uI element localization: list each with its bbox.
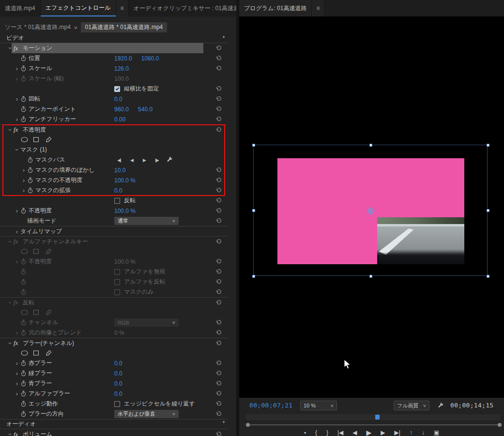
transform-handle-bottom-center[interactable]: [369, 275, 372, 278]
tab-audio-clip-mixer[interactable]: オーディオクリップミキサー : 01高速道: [129, 0, 236, 16]
lift-button[interactable]: ↑: [410, 428, 412, 436]
video-clip-thumbnail[interactable]: [377, 217, 464, 264]
pen-mask-tool-icon[interactable]: [46, 248, 58, 255]
expand-icon[interactable]: ›: [14, 258, 20, 265]
mark-out-button[interactable]: }: [326, 428, 328, 436]
expand-icon[interactable]: ›: [14, 65, 20, 72]
pen-mask-tool-icon[interactable]: [46, 350, 58, 356]
mark-in-button[interactable]: {: [315, 428, 317, 436]
scroll-down-icon[interactable]: ▼: [222, 420, 226, 424]
program-monitor-viewport[interactable]: [239, 16, 504, 398]
playback-quality-select[interactable]: フル画質 ∨: [394, 401, 429, 410]
mask-track-button[interactable]: |▶: [152, 158, 162, 163]
stopwatch-icon[interactable]: [20, 370, 29, 376]
row-invert-effect[interactable]: ›fx反転: [0, 297, 228, 307]
stopwatch-icon[interactable]: [27, 167, 35, 173]
reset-parameter-icon[interactable]: [215, 340, 222, 346]
go-to-out-button[interactable]: ▶|: [395, 428, 400, 436]
tab-source-monitor[interactable]: 速道路.mp4: [0, 0, 41, 16]
expand-icon[interactable]: ›: [20, 167, 27, 173]
fx-badge-icon[interactable]: fx: [14, 126, 23, 134]
fx-badge-icon[interactable]: fx: [14, 299, 23, 306]
go-to-in-button[interactable]: |◀: [337, 428, 343, 436]
current-timecode[interactable]: 00;00;07;21: [249, 402, 292, 409]
row-invert-mask-tools[interactable]: [0, 307, 228, 317]
zoom-scrollbar-right-handle[interactable]: [498, 423, 502, 427]
checkbox[interactable]: [114, 198, 120, 204]
row-mask-1[interactable]: ›マスク (1): [0, 145, 228, 155]
value-field[interactable]: 1080.0: [141, 55, 159, 62]
expand-icon[interactable]: ›: [14, 116, 20, 122]
ellipse-mask-tool-icon[interactable]: [20, 248, 33, 255]
anchor-point-icon[interactable]: [366, 206, 376, 216]
reset-parameter-icon[interactable]: [215, 289, 222, 295]
reset-parameter-icon[interactable]: [215, 187, 222, 194]
stopwatch-icon[interactable]: [20, 55, 29, 61]
rect-mask-tool-icon[interactable]: [33, 136, 46, 143]
row-ack-opacity[interactable]: ›不透明度100.0 %: [0, 256, 228, 267]
row-mask-expansion[interactable]: ›マスクの拡張0.0: [0, 185, 228, 195]
mask-track-button[interactable]: ◀: [127, 158, 137, 163]
reset-parameter-icon[interactable]: [215, 279, 222, 285]
zoom-level-select[interactable]: 10 % ∨: [300, 401, 337, 410]
row-red-blur[interactable]: ›赤ブラー0.0: [0, 358, 228, 368]
expand-icon[interactable]: ›: [14, 75, 20, 82]
stopwatch-icon[interactable]: [20, 269, 29, 275]
row-mask-invert[interactable]: 反転: [0, 195, 228, 206]
fx-badge-icon[interactable]: fx: [14, 431, 23, 436]
playhead-marker[interactable]: [375, 415, 380, 420]
row-channel-blur-effect[interactable]: ›fxブラー(チャンネル): [0, 338, 228, 348]
reset-parameter-icon[interactable]: [215, 411, 222, 417]
reset-parameter-icon[interactable]: [215, 55, 222, 61]
row-green-blur[interactable]: ›緑ブラー0.0: [0, 368, 228, 378]
expand-icon[interactable]: ›: [20, 177, 27, 183]
transform-handle-bottom-left[interactable]: [252, 275, 255, 278]
stopwatch-icon[interactable]: [20, 65, 29, 72]
stopwatch-icon[interactable]: [20, 106, 29, 112]
row-invert-alpha[interactable]: アルファを反転: [0, 277, 228, 287]
row-opacity-effect[interactable]: ›fx不透明度: [0, 124, 228, 135]
row-opacity-mask-tools[interactable]: [0, 135, 228, 145]
stopwatch-icon[interactable]: [20, 391, 29, 397]
value-field[interactable]: 126.0: [114, 65, 129, 72]
tab-effect-controls[interactable]: エフェクトコントロール: [41, 0, 116, 16]
fx-badge-icon[interactable]: fx: [14, 45, 23, 52]
pen-mask-tool-icon[interactable]: [46, 136, 58, 143]
row-anchor-point[interactable]: アンカーポイント960.0540.0: [0, 104, 228, 114]
transform-handle-mid-left[interactable]: [252, 209, 255, 212]
monitor-scrubber[interactable]: [239, 413, 504, 422]
value-field[interactable]: 540.0: [138, 106, 153, 113]
row-uniform-scale[interactable]: 縦横比を固定: [0, 84, 228, 94]
value-field[interactable]: 0 %: [114, 330, 124, 336]
export-frame-button[interactable]: ▣: [434, 428, 439, 436]
mask-track-button[interactable]: ◀|: [114, 158, 124, 163]
row-ignore-alpha[interactable]: アルファを無視: [0, 267, 228, 277]
stopwatch-icon[interactable]: [27, 177, 35, 183]
row-alpha-channel-key[interactable]: ›fxアルファチャンネルキー: [0, 236, 228, 246]
settings-wrench-icon[interactable]: [438, 402, 444, 409]
row-rotation[interactable]: ›回転0.0: [0, 94, 228, 104]
expand-icon[interactable]: ›: [14, 330, 20, 336]
stopwatch-icon[interactable]: [20, 75, 29, 82]
reset-parameter-icon[interactable]: [215, 65, 222, 72]
expand-icon[interactable]: ›: [14, 370, 20, 376]
rect-mask-tool-icon[interactable]: [33, 309, 46, 316]
row-alpha-blur[interactable]: ›アルファブラー0.0: [0, 389, 228, 399]
scroll-up-icon[interactable]: ▲: [222, 34, 226, 39]
value-field[interactable]: 0.0: [114, 187, 122, 194]
row-scale[interactable]: ›スケール126.0: [0, 63, 228, 74]
zoom-scrollbar-left-handle[interactable]: [246, 423, 250, 427]
row-mask-opacity[interactable]: ›マスクの不透明度100.0 %: [0, 175, 228, 185]
row-blend-mode[interactable]: 描画モード通常∨: [0, 216, 228, 226]
expand-icon[interactable]: ›: [14, 391, 20, 397]
wrench-icon[interactable]: [165, 156, 174, 164]
stopwatch-icon[interactable]: [20, 289, 29, 295]
collapse-icon[interactable]: ›: [7, 45, 14, 52]
chevron-down-icon[interactable]: ∨: [74, 25, 78, 30]
row-time-remapping[interactable]: ›タイムリマップ: [0, 226, 228, 236]
mask-track-button[interactable]: ▶: [139, 158, 149, 163]
reset-parameter-icon[interactable]: [215, 239, 222, 245]
value-field[interactable]: 100.0 %: [114, 177, 136, 184]
panel-menu-icon[interactable]: ≡: [116, 0, 129, 16]
collapse-icon[interactable]: ›: [7, 299, 14, 306]
